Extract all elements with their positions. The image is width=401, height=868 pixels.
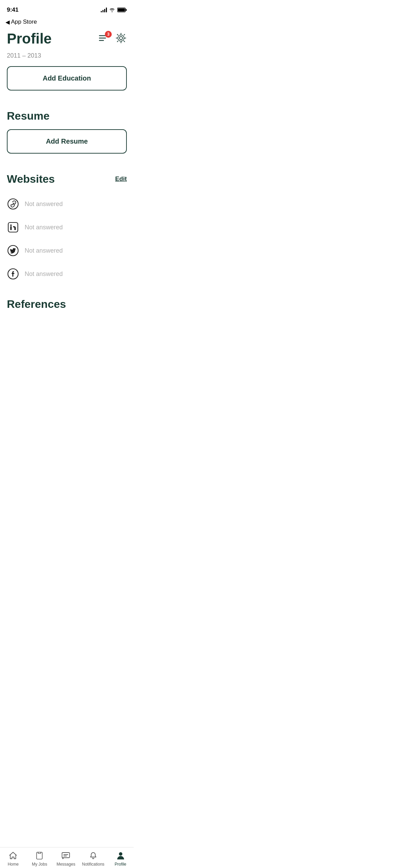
back-label: App Store xyxy=(11,19,37,25)
website-item-linkedin: Not answered xyxy=(0,216,134,239)
references-section: References xyxy=(0,291,134,311)
svg-point-6 xyxy=(120,37,123,40)
website-item-facebook: Not answered xyxy=(0,262,134,286)
facebook-icon xyxy=(7,268,19,280)
website-link-value: Not answered xyxy=(25,201,63,208)
svg-point-11 xyxy=(10,225,12,226)
websites-section-title: Websites xyxy=(7,173,55,185)
settings-button[interactable] xyxy=(115,32,127,45)
website-item-twitter: Not answered xyxy=(0,239,134,262)
website-facebook-value: Not answered xyxy=(25,270,63,278)
linkedin-icon xyxy=(7,221,19,233)
wifi-icon xyxy=(109,8,115,12)
svg-rect-2 xyxy=(118,9,125,12)
notifications-list-button[interactable]: 3 xyxy=(98,33,110,45)
page-header: Profile 3 xyxy=(0,28,134,52)
svg-rect-1 xyxy=(126,9,127,11)
svg-point-7 xyxy=(118,35,124,41)
resume-section-header: Resume xyxy=(0,110,134,129)
back-arrow-icon: ◀ xyxy=(5,19,10,25)
svg-rect-10 xyxy=(10,226,12,230)
header-actions: 3 xyxy=(98,32,127,45)
status-icons xyxy=(101,8,127,12)
gear-icon xyxy=(115,32,127,44)
add-resume-button[interactable]: Add Resume xyxy=(7,129,127,154)
resume-section-title: Resume xyxy=(7,110,50,122)
signal-icon xyxy=(101,8,107,12)
add-resume-wrap: Add Resume xyxy=(0,129,134,154)
back-nav[interactable]: ◀ App Store xyxy=(0,17,134,28)
notification-badge: 3 xyxy=(105,31,112,38)
website-twitter-value: Not answered xyxy=(25,247,63,254)
websites-section-header: Websites Edit xyxy=(0,173,134,192)
website-linkedin-value: Not answered xyxy=(25,224,63,231)
page-title: Profile xyxy=(7,31,52,47)
link-icon xyxy=(7,198,19,210)
website-items: Not answered Not answered Not answered xyxy=(0,192,134,286)
website-item-link: Not answered xyxy=(0,192,134,216)
websites-edit-button[interactable]: Edit xyxy=(115,176,127,183)
battery-icon xyxy=(117,8,127,12)
add-education-button[interactable]: Add Education xyxy=(7,66,127,91)
references-section-title: References xyxy=(7,298,127,311)
twitter-icon xyxy=(7,244,19,257)
status-time: 9:41 xyxy=(7,7,19,13)
status-bar: 9:41 xyxy=(0,0,134,17)
date-range: 2011 – 2013 xyxy=(0,52,134,66)
